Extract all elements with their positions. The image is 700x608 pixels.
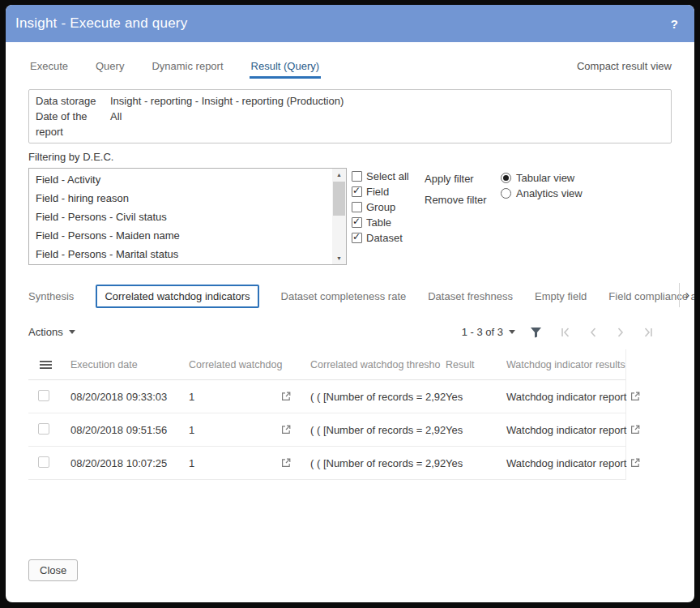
pagination-controls xyxy=(560,327,654,338)
tab-dataset-freshness[interactable]: Dataset freshness xyxy=(428,290,513,302)
cell-watchdog-report-link[interactable]: Watchdog indicator report xyxy=(506,391,626,403)
dialog-content: Execute Query Dynamic report Result (Que… xyxy=(6,42,694,602)
remove-filter-link[interactable]: Remove filter xyxy=(425,194,489,206)
dec-list-item[interactable]: Field - Persons - Marital status xyxy=(29,245,332,263)
toolbar-right: 1 - 3 of 3 xyxy=(462,326,654,338)
tab-query[interactable]: Query xyxy=(94,60,126,79)
radio-row-tabular-view[interactable]: Tabular view xyxy=(501,170,583,186)
compact-result-view-link[interactable]: Compact result view xyxy=(577,60,672,79)
cell-watchdog-report-link[interactable]: Watchdog indicator report xyxy=(506,424,626,436)
table-label: Table xyxy=(366,216,391,229)
tab-dynamic-report[interactable]: Dynamic report xyxy=(150,60,224,79)
first-page-button[interactable] xyxy=(560,327,571,338)
scroll-down-icon[interactable]: ▼ xyxy=(332,252,346,264)
tab-correlated-watchdog-indicators[interactable]: Correlated watchdog indicators xyxy=(96,285,258,308)
row-checkbox[interactable] xyxy=(38,456,49,468)
column-header-correlated-watchdog-threshold[interactable]: Correlated watchdog thresho xyxy=(310,359,446,370)
cell-watchdog-report-link[interactable]: Watchdog indicator report xyxy=(506,457,626,469)
table-row: 08/20/2018 09:33:03 1 ( ( [Number of rec… xyxy=(28,380,625,413)
cell-execution-date: 08/20/2018 10:07:25 xyxy=(70,457,189,469)
column-header-execution-date[interactable]: Execution date xyxy=(70,359,189,370)
tab-synthesis[interactable]: Synthesis xyxy=(28,290,74,302)
dataset-checkbox[interactable] xyxy=(352,233,362,243)
listbox-scrollbar[interactable]: ▲ ▼ xyxy=(332,169,346,264)
actions-dropdown[interactable]: Actions xyxy=(28,326,75,338)
external-link-icon[interactable] xyxy=(630,392,640,401)
tab-dataset-completeness-rate[interactable]: Dataset completeness rate xyxy=(281,290,407,302)
column-header-watchdog-indicator-results[interactable]: Watchdog indicator results xyxy=(506,359,626,370)
cell-correlated-watchdog: 1 xyxy=(189,424,194,436)
report-date-label: Date of the report xyxy=(36,109,110,139)
tabs-scroll-right-button[interactable]: › xyxy=(679,283,689,307)
last-page-button[interactable] xyxy=(642,327,654,338)
hamburger-icon xyxy=(40,360,52,370)
data-storage-value: Insight - reporting - Insight - reportin… xyxy=(110,93,344,109)
analytics-view-radio[interactable] xyxy=(501,188,511,199)
filtering-by-dec-label: Filtering by D.E.C. xyxy=(28,151,672,163)
report-info-box: Data storage Insight - reporting - Insig… xyxy=(28,89,672,143)
results-table: Execution date Correlated watchdog Corre… xyxy=(28,349,626,480)
close-button[interactable]: Close xyxy=(28,559,78,581)
pagination-label: 1 - 3 of 3 xyxy=(462,326,503,338)
cell-execution-date: 08/20/2018 09:33:03 xyxy=(70,391,189,403)
checkbox-row-table[interactable]: Table xyxy=(352,215,415,230)
cell-result: Yes xyxy=(446,391,506,403)
filter-area: Field - Activity Field - hiring reason F… xyxy=(28,168,672,265)
select-all-checkbox[interactable] xyxy=(352,171,362,182)
report-date-value: All xyxy=(110,109,122,139)
analytics-view-label: Analytics view xyxy=(516,187,583,199)
external-link-icon[interactable] xyxy=(630,425,640,435)
checkbox-row-field[interactable]: Field xyxy=(352,184,415,199)
view-radio-group: Tabular view Analytics view xyxy=(501,168,583,201)
group-label: Group xyxy=(366,201,395,213)
checkbox-row-group[interactable]: Group xyxy=(352,199,415,215)
tabular-view-radio[interactable] xyxy=(501,173,511,183)
next-page-button[interactable] xyxy=(615,327,626,338)
previous-page-button[interactable] xyxy=(587,327,599,338)
filter-links: Apply filter Remove filter xyxy=(425,168,489,206)
radio-row-analytics-view[interactable]: Analytics view xyxy=(501,186,583,201)
filter-icon[interactable] xyxy=(530,327,542,338)
scroll-up-icon[interactable]: ▲ xyxy=(332,169,346,181)
dec-list-item[interactable]: Field - Persons - Civil status xyxy=(29,208,332,226)
field-checkbox[interactable] xyxy=(352,186,362,197)
external-link-icon[interactable] xyxy=(281,458,291,468)
dec-listbox[interactable]: Field - Activity Field - hiring reason F… xyxy=(28,168,347,265)
external-link-icon[interactable] xyxy=(630,458,640,468)
cell-correlated-watchdog: 1 xyxy=(189,457,194,469)
dec-list-item[interactable]: Field - Activity xyxy=(29,170,332,189)
help-icon[interactable]: ? xyxy=(671,17,678,31)
dialog-footer: Close xyxy=(28,559,672,581)
dec-list-item[interactable]: Field - hiring reason xyxy=(29,189,332,208)
column-menu-button[interactable] xyxy=(28,360,70,370)
column-header-correlated-watchdog[interactable]: Correlated watchdog xyxy=(189,359,310,370)
row-checkbox[interactable] xyxy=(38,390,49,401)
external-link-icon[interactable] xyxy=(281,425,291,435)
checkbox-row-dataset[interactable]: Dataset xyxy=(352,230,415,246)
main-tabs: Execute Query Dynamic report Result (Que… xyxy=(28,60,672,79)
cell-result: Yes xyxy=(446,457,506,469)
external-link-icon[interactable] xyxy=(281,392,291,401)
dec-list-item[interactable]: Field - Persons - Maiden name xyxy=(29,226,332,245)
row-checkbox[interactable] xyxy=(38,423,49,435)
table-header-row: Execution date Correlated watchdog Corre… xyxy=(28,349,625,380)
pagination-dropdown[interactable]: 1 - 3 of 3 xyxy=(462,326,515,338)
tab-empty-field[interactable]: Empty field xyxy=(535,290,587,302)
cell-correlated-watchdog: 1 xyxy=(189,391,194,403)
result-tabs: Synthesis Correlated watchdog indicators… xyxy=(28,285,672,308)
tab-execute[interactable]: Execute xyxy=(28,60,70,79)
apply-filter-link[interactable]: Apply filter xyxy=(425,173,489,185)
cell-execution-date: 08/20/2018 09:51:56 xyxy=(70,424,189,436)
table-row: 08/20/2018 09:51:56 1 ( ( [Number of rec… xyxy=(28,413,625,447)
checkbox-row-select-all[interactable]: Select all xyxy=(352,169,415,184)
info-row-report-date: Date of the report All xyxy=(36,109,664,139)
column-header-result[interactable]: Result xyxy=(446,359,506,370)
group-checkbox[interactable] xyxy=(352,202,362,212)
dialog-titlebar: Insight - Execute and query ? xyxy=(6,5,694,42)
tab-result-query[interactable]: Result (Query) xyxy=(250,60,322,79)
actions-label: Actions xyxy=(28,326,63,338)
cell-result: Yes xyxy=(446,424,506,436)
scrollbar-thumb[interactable] xyxy=(333,182,345,216)
filter-checkbox-group: Select all Field Group Table Dataset xyxy=(352,168,415,246)
table-checkbox[interactable] xyxy=(352,217,362,228)
